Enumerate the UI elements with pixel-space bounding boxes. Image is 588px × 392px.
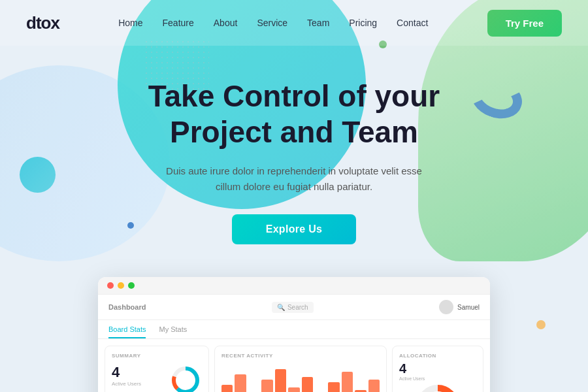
stat-active-users: 4 Active Users 36 Completed Tasks [112, 364, 152, 392]
active-users-label: Active Users [112, 381, 152, 387]
bar-item [235, 374, 246, 392]
bar-item [261, 380, 272, 392]
stats-donut-chart [169, 364, 202, 392]
nav-links: Home Feature About Service Team Pricing … [118, 17, 428, 29]
bar-chart [221, 364, 380, 392]
hero-headline: Take Control of your Project and Team [13, 78, 575, 150]
alloc-sub: Active Users [399, 376, 476, 381]
bar-item [328, 382, 339, 392]
active-users-num: 4 [112, 364, 152, 381]
navbar: dtox Home Feature About Service Team Pri… [0, 0, 588, 46]
dash-search-placeholder: Search [287, 304, 308, 311]
dash-title: Dashboard [108, 303, 146, 311]
alloc-label: ALLOCATION [399, 353, 476, 359]
dash-tabs: Board Stats My Stats [98, 320, 490, 339]
hero-section: Take Control of your Project and Team Du… [0, 46, 588, 264]
dashboard-preview: Dashboard 🔍 Search Samuel Board Stats My… [98, 277, 490, 392]
alloc-donut-chart [415, 384, 461, 392]
bar-item [275, 369, 286, 392]
nav-about[interactable]: About [214, 18, 238, 28]
brand-logo: dtox [26, 13, 59, 33]
bar-item [302, 377, 313, 392]
nav-feature[interactable]: Feature [163, 18, 194, 28]
dot-red [107, 282, 114, 289]
stats-panel: SUMMARY 4 Active Users 36 Completed Task… [105, 346, 209, 392]
nav-team[interactable]: Team [307, 18, 329, 28]
nav-contact[interactable]: Contact [397, 18, 428, 28]
stats-label: SUMMARY [112, 353, 202, 359]
dash-body: SUMMARY 4 Active Users 36 Completed Task… [98, 339, 490, 392]
tab-my-stats[interactable]: My Stats [159, 325, 187, 338]
dot-yellow [118, 282, 124, 289]
hero-headline-line2: Project and Team [170, 115, 418, 149]
bar-item [288, 387, 299, 392]
tab-board-stats[interactable]: Board Stats [108, 325, 146, 338]
nav-home[interactable]: Home [118, 18, 142, 28]
bar-item [221, 385, 233, 392]
dash-user: Samuel [439, 300, 480, 314]
dash-titlebar [98, 277, 490, 295]
user-avatar [439, 300, 453, 314]
bar-item [368, 380, 380, 392]
dash-header: Dashboard 🔍 Search Samuel [98, 295, 490, 320]
search-icon: 🔍 [277, 304, 285, 311]
user-name: Samuel [457, 304, 480, 311]
nav-pricing[interactable]: Pricing [349, 18, 377, 28]
bar-item [342, 372, 353, 392]
nav-service[interactable]: Service [257, 18, 287, 28]
activity-panel: Recent Activity [214, 346, 387, 392]
dot-green-titlebar [128, 282, 135, 289]
try-free-button[interactable]: Try Free [487, 10, 562, 37]
explore-button[interactable]: Explore Us [232, 214, 357, 244]
hero-headline-line1: Take Control of your [148, 79, 440, 113]
dash-search-bar[interactable]: 🔍 Search [272, 302, 314, 313]
allocation-panel: ALLOCATION 4 Active Users [392, 346, 483, 392]
stats-row: 4 Active Users 36 Completed Tasks [112, 364, 202, 392]
hero-subtext: Duis aute irure dolor in reprehenderit i… [157, 163, 431, 195]
alloc-num: 4 [399, 361, 476, 376]
activity-label: Recent Activity [221, 353, 380, 359]
